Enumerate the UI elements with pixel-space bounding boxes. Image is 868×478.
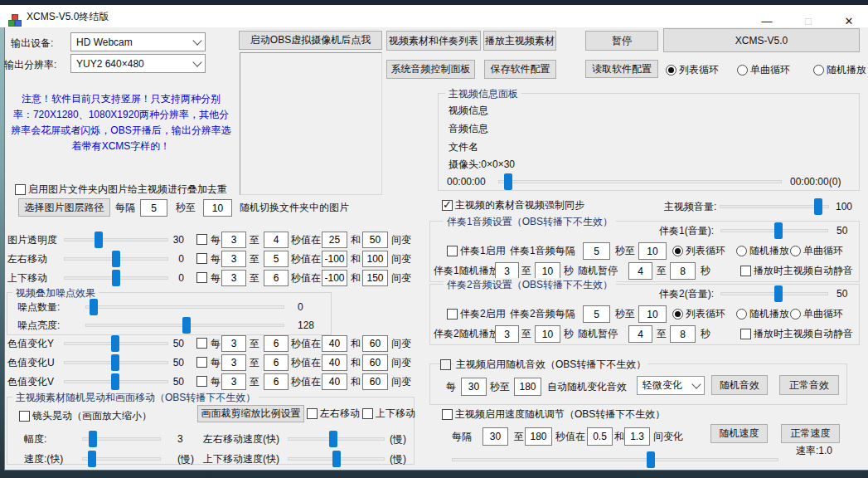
normal-speed-button[interactable]: 正常速度 [781, 424, 840, 443]
accomp2-min-input[interactable] [583, 305, 610, 323]
range-max-input[interactable] [362, 270, 388, 286]
interval-max-input[interactable] [264, 354, 289, 371]
range-min-input[interactable] [322, 270, 347, 286]
accomp1-pause-min-input[interactable] [628, 262, 652, 280]
accomp1-rand-max-input[interactable] [535, 262, 560, 280]
output-device-select[interactable]: HD Webcam [70, 32, 206, 51]
interval-min-input[interactable] [221, 335, 246, 352]
interval-max-input[interactable] [264, 232, 289, 248]
accomp2-pause-max-input[interactable] [670, 325, 696, 343]
loop-list-radio[interactable] [666, 65, 676, 76]
sfx-max-input[interactable] [514, 378, 541, 396]
noise-bright-slider[interactable] [85, 317, 284, 334]
interval-max-input[interactable] [264, 335, 289, 352]
amplitude-slider[interactable] [82, 431, 161, 447]
overlay-min-sec-input[interactable] [140, 199, 167, 217]
interval-checkbox[interactable] [196, 357, 207, 368]
vertical-move-slider[interactable] [64, 270, 168, 286]
speed-high-input[interactable] [624, 427, 650, 446]
normal-sfx-button[interactable]: 正常音效 [779, 375, 839, 395]
interval-checkbox[interactable] [196, 338, 207, 349]
range-max-input[interactable] [362, 373, 388, 390]
speed-min-input[interactable] [482, 427, 508, 446]
accomp1-rand-min-input[interactable] [495, 262, 519, 280]
interval-min-input[interactable] [221, 373, 246, 390]
sfx-mode-select[interactable]: 轻微变化 [637, 376, 705, 395]
seek-slider[interactable] [498, 173, 782, 190]
interval-checkbox[interactable] [196, 272, 207, 283]
range-max-input[interactable] [362, 232, 388, 248]
interval-max-input[interactable] [264, 373, 289, 390]
accomp1-loop-single-radio[interactable] [790, 246, 801, 256]
choose-image-path-button[interactable]: 选择图片图层路径 [18, 198, 110, 217]
range-max-input[interactable] [362, 251, 388, 267]
lr-move-checkbox[interactable] [307, 408, 318, 419]
xcms-button[interactable]: XCMS-V5.0 [663, 28, 860, 52]
random-speed-button[interactable]: 随机速度 [710, 424, 768, 443]
overlay-max-sec-input[interactable] [203, 199, 232, 217]
accomp2-rand-min-input[interactable] [495, 325, 519, 343]
start-obs-button[interactable]: 启动OBS虚拟摄像机后点我 [239, 31, 382, 50]
range-max-input[interactable] [362, 335, 388, 352]
accomp2-pause-min-input[interactable] [628, 325, 652, 343]
accomp2-loop-random-radio[interactable] [736, 309, 747, 319]
interval-max-input[interactable] [264, 251, 289, 267]
interval-max-input[interactable] [264, 270, 289, 286]
horizontal-move-slider[interactable] [64, 251, 168, 267]
loop-single-radio[interactable] [737, 65, 748, 76]
interval-min-input[interactable] [221, 270, 246, 286]
accomp1-max-input[interactable] [638, 242, 667, 260]
accomp1-mute-checkbox[interactable] [740, 266, 751, 276]
sync-checkbox[interactable] [442, 200, 453, 211]
accomp2-volume-slider[interactable] [720, 285, 828, 302]
interval-min-input[interactable] [221, 354, 246, 371]
color-v-slider[interactable] [64, 373, 168, 390]
range-min-input[interactable] [322, 354, 347, 371]
interval-checkbox[interactable] [196, 253, 207, 264]
save-config-button[interactable]: 保存软件配置 [484, 60, 556, 79]
accomp2-loop-single-radio[interactable] [790, 309, 801, 319]
accomp1-volume-slider[interactable] [720, 222, 828, 239]
accomp2-enable-checkbox[interactable] [447, 309, 458, 319]
accomp1-loop-list-radio[interactable] [672, 246, 683, 256]
accomp2-mute-checkbox[interactable] [740, 329, 751, 339]
sys-audio-button[interactable]: 系统音频控制面板 [386, 60, 475, 79]
rate-slider[interactable] [452, 451, 778, 468]
accomp1-min-input[interactable] [583, 242, 610, 260]
speed-low-input[interactable] [587, 427, 613, 446]
range-min-input[interactable] [322, 373, 347, 390]
load-config-button[interactable]: 读取软件配置 [585, 60, 658, 78]
interval-checkbox[interactable] [196, 234, 207, 245]
noise-count-slider[interactable] [85, 299, 284, 315]
range-min-input[interactable] [322, 251, 347, 267]
range-min-input[interactable] [322, 232, 347, 248]
accomp1-pause-max-input[interactable] [670, 262, 696, 280]
pause-button[interactable]: 暂停 [585, 31, 658, 51]
play-main-button[interactable]: 播放主视频素材 [483, 31, 556, 51]
accomp2-loop-list-radio[interactable] [672, 309, 683, 319]
color-y-slider[interactable] [64, 335, 168, 352]
interval-min-input[interactable] [221, 232, 246, 248]
color-u-slider[interactable] [64, 354, 168, 371]
overlay-enable-checkbox[interactable] [15, 184, 26, 195]
accomp1-loop-random-radio[interactable] [736, 246, 747, 256]
sfx-enable-checkbox[interactable] [440, 359, 451, 370]
sfx-min-input[interactable] [461, 378, 487, 396]
opacity-slider[interactable] [64, 232, 168, 248]
accomp2-max-input[interactable] [638, 305, 667, 323]
crop-scale-button[interactable]: 画面裁剪缩放比例设置 [197, 405, 304, 422]
speed-enable-checkbox[interactable] [442, 409, 453, 420]
speed-slider[interactable] [82, 451, 161, 467]
accomp1-enable-checkbox[interactable] [447, 246, 458, 256]
range-max-input[interactable] [362, 354, 388, 371]
lr-speed-slider[interactable] [288, 431, 385, 447]
ud-speed-slider[interactable] [288, 451, 385, 467]
output-resolution-select[interactable]: YUY2 640×480 [70, 54, 206, 73]
range-min-input[interactable] [322, 335, 347, 352]
interval-checkbox[interactable] [196, 376, 207, 387]
speed-max-input[interactable] [525, 427, 552, 446]
video-list-button[interactable]: 视频素材和伴奏列表 [386, 31, 481, 51]
ud-move-checkbox[interactable] [362, 408, 373, 419]
accomp2-rand-max-input[interactable] [535, 325, 560, 343]
image-list-box[interactable] [240, 52, 382, 195]
